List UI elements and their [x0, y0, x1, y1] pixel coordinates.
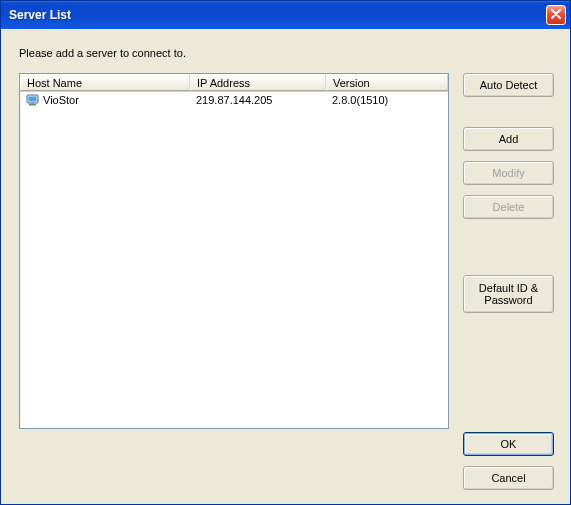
- server-list-window: Server List Please add a server to conne…: [0, 0, 571, 505]
- svg-rect-3: [32, 103, 34, 105]
- column-header-ip[interactable]: IP Address: [190, 74, 326, 91]
- button-column: Auto Detect Add Modify Delete Default ID…: [463, 73, 554, 490]
- auto-detect-button[interactable]: Auto Detect: [463, 73, 554, 97]
- titlebar: Server List: [1, 1, 570, 29]
- list-body: VioStor 219.87.144.205 2.8.0(1510): [20, 92, 448, 428]
- delete-button[interactable]: Delete: [463, 195, 554, 219]
- cell-version: 2.8.0(1510): [326, 94, 448, 106]
- server-icon: [26, 94, 39, 107]
- window-title: Server List: [9, 8, 71, 22]
- server-list[interactable]: Host Name IP Address Version: [19, 73, 449, 429]
- cancel-button[interactable]: Cancel: [463, 466, 554, 490]
- modify-button[interactable]: Modify: [463, 161, 554, 185]
- content-area: Please add a server to connect to. Host …: [1, 29, 570, 504]
- table-row[interactable]: VioStor 219.87.144.205 2.8.0(1510): [20, 92, 448, 108]
- cell-host-text: VioStor: [43, 94, 79, 106]
- svg-rect-1: [29, 96, 37, 101]
- cell-ip: 219.87.144.205: [190, 94, 326, 106]
- ok-button[interactable]: OK: [463, 432, 554, 456]
- cell-host: VioStor: [20, 94, 190, 107]
- add-button[interactable]: Add: [463, 127, 554, 151]
- column-header-host[interactable]: Host Name: [20, 74, 190, 91]
- close-icon: [551, 9, 561, 21]
- default-id-password-button[interactable]: Default ID & Password: [463, 275, 554, 313]
- main-row: Host Name IP Address Version: [19, 73, 554, 490]
- close-button[interactable]: [546, 5, 566, 25]
- column-header-version[interactable]: Version: [326, 74, 448, 91]
- instruction-text: Please add a server to connect to.: [19, 47, 554, 59]
- list-header: Host Name IP Address Version: [20, 74, 448, 92]
